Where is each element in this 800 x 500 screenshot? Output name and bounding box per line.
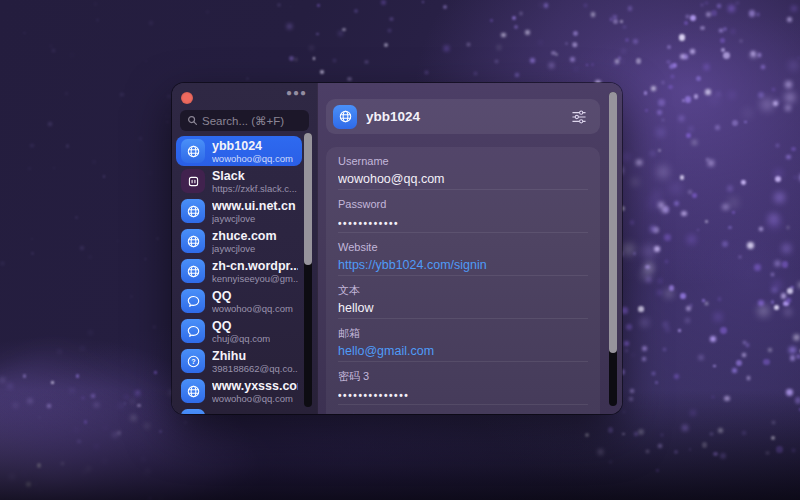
- search-input[interactable]: [202, 115, 302, 127]
- field-value: hellow: [338, 300, 588, 316]
- globe-icon: [181, 259, 205, 283]
- detail-scrollbar-thumb[interactable]: [609, 92, 617, 353]
- field-label: Username: [338, 155, 588, 168]
- entry-subtitle: jaywcjlove: [212, 213, 296, 224]
- entry-subtitle: wowohoo@qq.com: [212, 303, 293, 314]
- entry-list-item[interactable]: zh-cn.wordpr...kennyiseeyou@gm...: [176, 256, 302, 286]
- detail-field-row: Websitehttps://ybb1024.com/signin: [326, 233, 600, 276]
- field-value: wowohoo@qq.com: [338, 171, 588, 187]
- field-label: 文本: [338, 284, 588, 297]
- detail-title: ybb1024: [366, 109, 568, 124]
- password-manager-window: ●●● ybb1024wowohoo@qq.comSlackhttps://zx…: [172, 83, 622, 414]
- field-label: 邮箱: [338, 327, 588, 340]
- detail-field-row: 数字: [326, 405, 600, 414]
- field-value: ••••••••••••••: [338, 388, 588, 404]
- entry-list-item[interactable]: Slackhttps://zxkf.slack.c...: [176, 166, 302, 196]
- entry-subtitle: jaywcjlove: [212, 243, 277, 254]
- entry-title: ybb1024: [212, 139, 293, 153]
- entry-list-item[interactable]: ?Zhihu398188662@qq.co...: [176, 346, 302, 376]
- entry-title: zhuce.com: [212, 229, 277, 243]
- entry-list-item[interactable]: www.yxsss.comwowohoo@qq.com: [176, 376, 302, 406]
- globe-icon: [181, 199, 205, 223]
- globe-icon: [181, 379, 205, 403]
- field-value[interactable]: https://ybb1024.com/signin: [338, 257, 588, 273]
- entry-title: QQ: [212, 289, 293, 303]
- globe-icon: [333, 105, 357, 129]
- detail-field-row: 密码 3••••••••••••••: [326, 362, 600, 405]
- entry-list: ybb1024wowohoo@qq.comSlackhttps://zxkf.s…: [172, 136, 303, 414]
- entry-title: Zhihu: [212, 349, 298, 363]
- entry-subtitle: wowohoo@qq.com: [212, 393, 298, 404]
- field-value: ••••••••••••: [338, 216, 588, 232]
- globe-icon: [181, 229, 205, 253]
- detail-field-row: 邮箱hello@gmail.com: [326, 319, 600, 362]
- entry-list-item[interactable]: QQchuj@qq.com: [176, 316, 302, 346]
- search-box[interactable]: [180, 110, 309, 131]
- slack-icon: [181, 169, 205, 193]
- svg-text:?: ?: [191, 358, 195, 366]
- entry-title: www.yxsss.com: [212, 379, 298, 393]
- detail-panel: ybb1024 Usernamewowohoo@qq.comPassword••…: [317, 83, 622, 414]
- sidebar: ●●● ybb1024wowohoo@qq.comSlackhttps://zx…: [172, 83, 317, 414]
- field-label: Password: [338, 198, 588, 211]
- entry-list-item[interactable]: www.w3cscho...: [176, 406, 302, 414]
- options-sliders-icon[interactable]: [568, 106, 590, 128]
- detail-field-row: 文本hellow: [326, 276, 600, 319]
- entry-subtitle: https://zxkf.slack.c...: [212, 183, 297, 194]
- field-label: Website: [338, 241, 588, 254]
- qq-icon: [181, 289, 205, 313]
- field-value[interactable]: hello@gmail.com: [338, 343, 588, 359]
- field-label: 密码 3: [338, 370, 588, 383]
- detail-header: ybb1024: [326, 99, 600, 134]
- entry-title: Slack: [212, 169, 297, 183]
- entry-subtitle: chuj@qq.com: [212, 333, 270, 344]
- detail-fields-card: Usernamewowohoo@qq.comPassword••••••••••…: [326, 147, 600, 414]
- globe-icon: [181, 409, 205, 414]
- detail-field-row: Password••••••••••••: [326, 190, 600, 233]
- entry-title: www.ui.net.cn: [212, 199, 296, 213]
- zhihu-icon: ?: [181, 349, 205, 373]
- entry-list-item[interactable]: www.ui.net.cnjaywcjlove: [176, 196, 302, 226]
- desktop: ●●● ybb1024wowohoo@qq.comSlackhttps://zx…: [0, 0, 800, 500]
- entry-subtitle: 398188662@qq.co...: [212, 363, 298, 374]
- globe-icon: [181, 139, 205, 163]
- qq-icon: [181, 319, 205, 343]
- entry-title: zh-cn.wordpr...: [212, 259, 298, 273]
- entry-list-item[interactable]: QQwowohoo@qq.com: [176, 286, 302, 316]
- entry-title: QQ: [212, 319, 270, 333]
- entry-subtitle: wowohoo@qq.com: [212, 153, 293, 164]
- close-button[interactable]: [181, 92, 193, 104]
- entry-list-item[interactable]: zhuce.comjaywcjlove: [176, 226, 302, 256]
- search-icon: [187, 115, 198, 126]
- detail-field-row: Usernamewowohoo@qq.com: [326, 147, 600, 190]
- more-icon[interactable]: ●●●: [286, 87, 307, 98]
- detail-scrollbar-track[interactable]: [609, 92, 617, 406]
- entry-subtitle: kennyiseeyou@gm...: [212, 273, 298, 284]
- sidebar-scrollbar-thumb[interactable]: [304, 133, 312, 265]
- sidebar-scrollbar-track[interactable]: [304, 133, 312, 407]
- entry-list-item[interactable]: ybb1024wowohoo@qq.com: [176, 136, 302, 166]
- sidebar-titlebar: ●●●: [172, 83, 317, 105]
- field-label: 数字: [338, 413, 588, 414]
